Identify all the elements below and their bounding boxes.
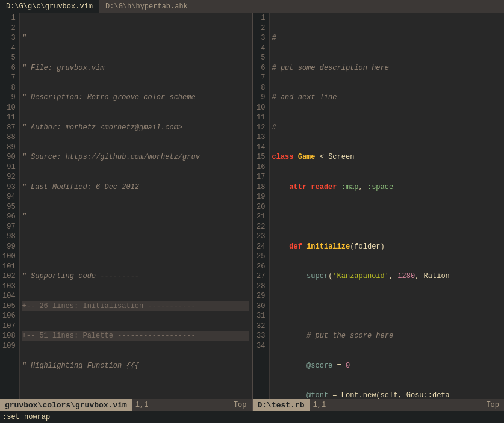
pane-left: 1 2 3 4 5 6 7 8 9 10 11 87 88 89 90 91 9… bbox=[0, 13, 252, 399]
status-filename-right: D:\test.rb bbox=[253, 399, 310, 411]
tab-hypertab-ahk[interactable]: D:\G\h\hypertab.ahk bbox=[99, 0, 194, 13]
editor-container: 1 2 3 4 5 6 7 8 9 10 11 87 88 89 90 91 9… bbox=[0, 13, 504, 399]
status-pos-left: 1,1 bbox=[132, 401, 152, 409]
status-filename-left: gruvbox\colors\gruvbox.vim bbox=[0, 399, 132, 411]
status-bar: gruvbox\colors\gruvbox.vim 1,1 Top D:\te… bbox=[0, 399, 504, 411]
line-numbers-right: 1 2 3 4 5 6 7 8 9 10 11 12 13 14 15 16 1… bbox=[253, 13, 270, 399]
status-right-left: Top bbox=[229, 401, 252, 409]
status-right-right: Top bbox=[481, 401, 504, 409]
pane-right-status: D:\test.rb 1,1 Top bbox=[252, 399, 505, 411]
status-pos-right: 1,1 bbox=[310, 401, 330, 409]
line-numbers-left: 1 2 3 4 5 6 7 8 9 10 11 87 88 89 90 91 9… bbox=[0, 13, 20, 399]
code-content-left[interactable]: " " File: gruvbox.vim " Description: Ret… bbox=[20, 13, 252, 399]
command-line[interactable]: :set nowrap bbox=[0, 411, 504, 423]
pane-left-status: gruvbox\colors\gruvbox.vim 1,1 Top bbox=[0, 399, 252, 411]
code-content-right[interactable]: # # put some description here # and next… bbox=[270, 13, 505, 399]
tab-bar: D:\G\g\c\gruvbox.vim D:\G\h\hypertab.ahk bbox=[0, 0, 504, 13]
tab-gruvbox-vim[interactable]: D:\G\g\c\gruvbox.vim bbox=[0, 0, 99, 13]
pane-right: 1 2 3 4 5 6 7 8 9 10 11 12 13 14 15 16 1… bbox=[252, 13, 505, 399]
